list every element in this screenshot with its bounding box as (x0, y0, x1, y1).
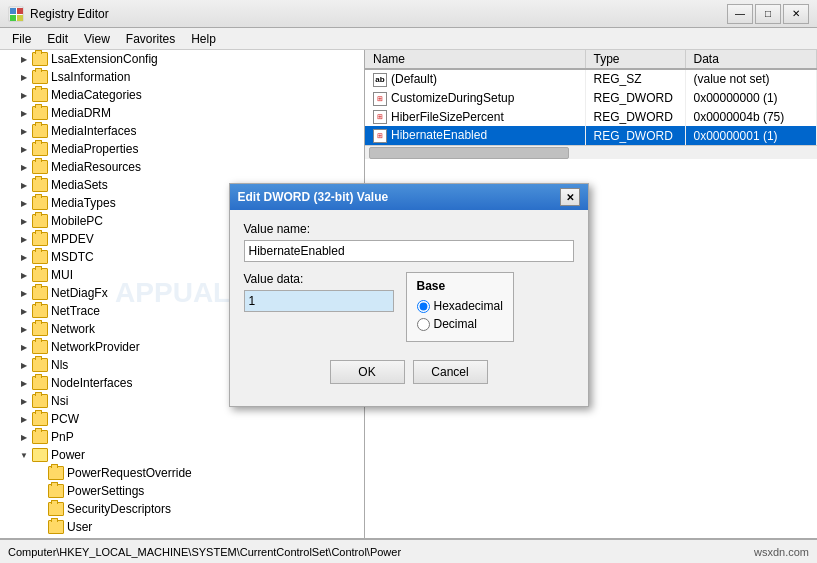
value-data-label: Value data: (244, 272, 394, 286)
base-group: Base Hexadecimal Decimal (406, 272, 514, 342)
maximize-button[interactable]: □ (755, 4, 781, 24)
ok-button[interactable]: OK (330, 360, 405, 384)
value-data-group: Value data: (244, 272, 394, 342)
svg-rect-1 (10, 8, 16, 14)
dialog-body: Value name: Value data: Base Hexadecimal… (230, 210, 588, 406)
menu-edit[interactable]: Edit (39, 30, 76, 48)
menu-file[interactable]: File (4, 30, 39, 48)
minimize-button[interactable]: — (727, 4, 753, 24)
dialog-title: Edit DWORD (32-bit) Value (238, 190, 389, 204)
dialog-close-button[interactable]: ✕ (560, 188, 580, 206)
edit-dword-dialog: Edit DWORD (32-bit) Value ✕ Value name: … (229, 183, 589, 407)
menu-help[interactable]: Help (183, 30, 224, 48)
value-name-input[interactable] (244, 240, 574, 262)
title-bar: Registry Editor — □ ✕ (0, 0, 817, 28)
hex-radio-row: Hexadecimal (417, 299, 503, 313)
hex-radio[interactable] (417, 300, 430, 313)
menu-bar: File Edit View Favorites Help (0, 28, 817, 50)
svg-rect-3 (10, 15, 16, 21)
close-button[interactable]: ✕ (783, 4, 809, 24)
svg-rect-4 (17, 15, 23, 21)
menu-view[interactable]: View (76, 30, 118, 48)
cancel-button[interactable]: Cancel (413, 360, 488, 384)
modal-overlay: Edit DWORD (32-bit) Value ✕ Value name: … (0, 50, 817, 540)
title-bar-left: Registry Editor (8, 6, 109, 22)
title-bar-title: Registry Editor (30, 7, 109, 21)
dialog-data-row: Value data: Base Hexadecimal Decimal (244, 272, 574, 342)
status-path: Computer\HKEY_LOCAL_MACHINE\SYSTEM\Curre… (8, 546, 401, 558)
dialog-title-bar: Edit DWORD (32-bit) Value ✕ (230, 184, 588, 210)
dec-radio[interactable] (417, 318, 430, 331)
title-bar-buttons: — □ ✕ (727, 4, 809, 24)
status-bar: Computer\HKEY_LOCAL_MACHINE\SYSTEM\Curre… (0, 539, 817, 563)
status-watermark: wsxdn.com (754, 546, 809, 558)
base-label: Base (417, 279, 503, 293)
svg-rect-2 (17, 8, 23, 14)
value-name-label: Value name: (244, 222, 574, 236)
menu-favorites[interactable]: Favorites (118, 30, 183, 48)
value-data-input[interactable] (244, 290, 394, 312)
app-icon (8, 6, 24, 22)
dialog-buttons: OK Cancel (244, 354, 574, 394)
hex-label[interactable]: Hexadecimal (434, 299, 503, 313)
dec-label[interactable]: Decimal (434, 317, 477, 331)
dec-radio-row: Decimal (417, 317, 503, 331)
